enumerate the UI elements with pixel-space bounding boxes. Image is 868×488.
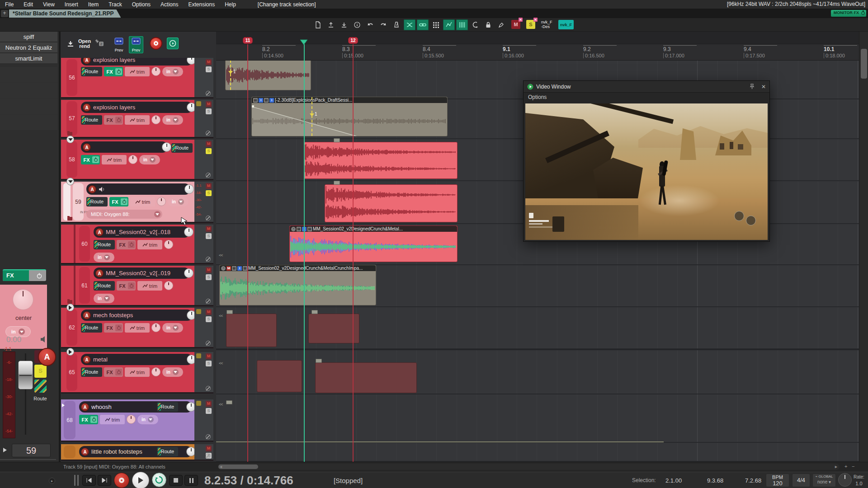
input-button[interactable]: in: [139, 155, 160, 164]
input-monitor-icon[interactable]: [196, 353, 201, 358]
transport-time-display[interactable]: 8.2.53 / 0:14.766: [204, 474, 293, 488]
marker-strip[interactable]: [216, 32, 859, 44]
toolbar-solo-chip[interactable]: S✕: [526, 20, 535, 29]
toolbar-lock-icon[interactable]: [482, 19, 494, 30]
toolbar-grid-dots-icon[interactable]: [430, 19, 442, 30]
quickbar-prev-button-1[interactable]: Prev: [112, 36, 126, 53]
trim-envelope-button[interactable]: trim: [125, 115, 150, 125]
media-item[interactable]: 1: [225, 61, 311, 90]
toolbar-save-project-icon[interactable]: [338, 19, 350, 30]
menu-item-track[interactable]: Track: [104, 1, 127, 8]
phase-icon[interactable]: [206, 434, 211, 439]
track-56[interactable]: 56Aexplosion layersRouteFXtriminMS: [61, 58, 213, 99]
track-name-bar[interactable]: A: [81, 141, 168, 153]
input-button[interactable]: in: [137, 415, 158, 424]
toolbar-undo-icon[interactable]: [364, 19, 376, 30]
media-item[interactable]: [304, 142, 458, 179]
track-solo-button[interactable]: S: [206, 66, 212, 72]
phase-icon[interactable]: [206, 386, 211, 391]
repeat-button[interactable]: [152, 473, 166, 487]
pan-knob[interactable]: [127, 415, 136, 424]
master-pan-knob[interactable]: [13, 289, 33, 310]
toolbar-mute-chip[interactable]: M✕: [511, 20, 520, 29]
zoom-out-icon[interactable]: −: [852, 464, 854, 469]
input-button[interactable]: in: [168, 197, 189, 206]
track-solo-button[interactable]: S: [206, 316, 212, 322]
phase-icon[interactable]: [206, 91, 211, 96]
scroll-left-icon[interactable]: ◄: [219, 465, 223, 469]
master-fx-button[interactable]: FX: [3, 269, 46, 281]
track-solo-button[interactable]: S: [206, 233, 212, 239]
track-number[interactable]: 62: [66, 309, 77, 346]
bpm-value[interactable]: 120: [766, 480, 789, 487]
media-item[interactable]: [226, 314, 277, 347]
track-name-bar[interactable]: AwhooshRoute: [79, 401, 192, 413]
track-58[interactable]: 58ARouteFXtriminMS: [61, 140, 213, 180]
track-name-bar[interactable]: Amech footsteps: [81, 310, 193, 321]
track-62[interactable]: 62Amech footstepsRouteFXtriminMS: [61, 308, 213, 348]
track-mute-button[interactable]: M: [206, 446, 212, 451]
toolbar-new-project-icon[interactable]: [312, 19, 324, 30]
scroll-right-icon[interactable]: ►: [834, 465, 838, 469]
input-fx-pill[interactable]: MIDI: Oxygen 88:: [86, 210, 162, 219]
input-monitor-icon[interactable]: [196, 401, 201, 406]
media-item[interactable]: ▤i▤i[-2.30dB]ExplosionsPack_DraftSessi..…: [251, 97, 448, 136]
master-volume-fader[interactable]: [18, 361, 33, 389]
selection-end[interactable]: 9.3.68: [707, 477, 723, 484]
trim-envelope-button[interactable]: trim: [125, 323, 150, 333]
fx-button[interactable]: FX: [109, 197, 128, 206]
track-mute-button[interactable]: M: [206, 309, 212, 315]
trim-envelope-button[interactable]: trim: [130, 197, 155, 206]
go-to-end-button[interactable]: [98, 475, 111, 486]
selection-start[interactable]: 2.1.00: [665, 477, 682, 484]
folder-collapse-button[interactable]: [66, 178, 74, 185]
vertical-scrollbar-thumb[interactable]: [861, 49, 867, 79]
pin-icon[interactable]: [749, 84, 755, 89]
pan-knob[interactable]: [164, 281, 173, 290]
track-number[interactable]: 61: [79, 267, 90, 304]
phase-icon[interactable]: [206, 341, 211, 346]
pan-knob[interactable]: [151, 323, 160, 332]
track-number[interactable]: 68: [64, 401, 75, 439]
track-name-bar[interactable]: Alittle robot footstepsRoute: [79, 446, 192, 457]
rate-display[interactable]: Rate:1.0: [854, 474, 864, 487]
phase-icon[interactable]: [206, 216, 211, 221]
fx-chain-item-smartlimit[interactable]: smartLimit: [0, 53, 57, 64]
toolbar-redo-icon[interactable]: [377, 19, 389, 30]
track-mute-button[interactable]: M: [206, 59, 212, 65]
track-name-bar[interactable]: AMM_Session02_v2[..018: [94, 226, 190, 238]
horizontal-scrollbar[interactable]: [218, 464, 840, 470]
track-number[interactable]: 56: [66, 59, 77, 96]
toolbar-nvk-folders-button[interactable]: nvk_F-Des: [541, 20, 552, 29]
trim-envelope-button[interactable]: trim: [100, 460, 125, 461]
track-name-bar[interactable]: A: [86, 183, 190, 195]
menu-item-item[interactable]: Item: [83, 1, 104, 8]
toolbar-auto-crossfade-icon[interactable]: [404, 19, 415, 30]
pan-knob[interactable]: [127, 460, 136, 461]
track-mute-button[interactable]: M: [206, 401, 212, 407]
record-arm-knob[interactable]: [184, 268, 193, 278]
track-number[interactable]: 60: [79, 226, 90, 262]
phase-icon[interactable]: [206, 453, 211, 458]
new-tab-button[interactable]: +: [1, 10, 8, 17]
fx-button[interactable]: FX: [81, 155, 100, 164]
track-solo-button[interactable]: S: [206, 361, 212, 366]
input-button[interactable]: in: [94, 294, 114, 303]
pan-knob[interactable]: [157, 197, 166, 206]
route-button[interactable]: Route: [81, 367, 102, 377]
track-solo-button[interactable]: S: [206, 408, 212, 414]
track-number[interactable]: 65: [66, 353, 77, 391]
pan-knob[interactable]: [151, 67, 160, 76]
monitor-fx-button[interactable]: MONITOR FX: [831, 10, 866, 17]
route-button[interactable]: Route: [157, 402, 178, 412]
trim-envelope-button[interactable]: trim: [137, 281, 162, 291]
vertical-scrollbar[interactable]: [859, 32, 868, 462]
trim-envelope-button[interactable]: trim: [125, 67, 150, 76]
horizontal-scrollbar-thumb[interactable]: [218, 465, 258, 469]
playrate-knob[interactable]: [838, 473, 852, 487]
record-button[interactable]: [114, 473, 129, 488]
go-to-start-button[interactable]: [82, 475, 96, 486]
track-number[interactable]: 59: [73, 183, 84, 221]
fx-chain-item-neutron-2-equaliz[interactable]: Neutron 2 Equaliz: [0, 42, 57, 53]
pan-knob[interactable]: [151, 115, 160, 124]
